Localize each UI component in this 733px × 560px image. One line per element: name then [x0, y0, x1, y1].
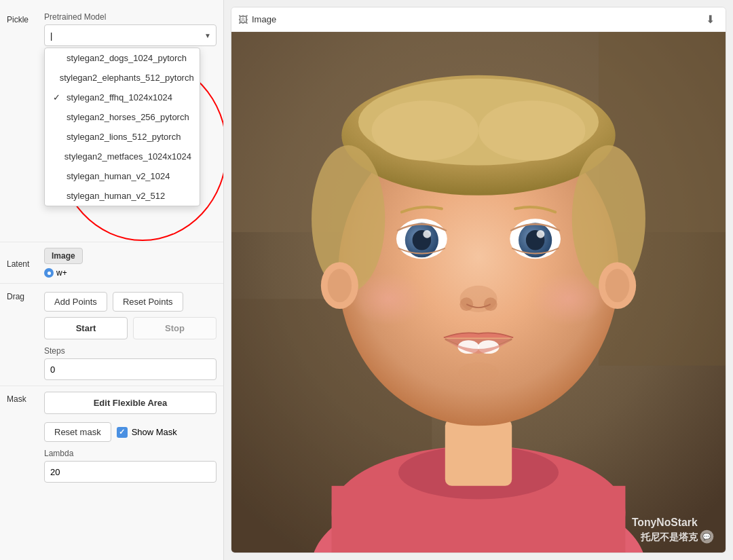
- drag-btn-group: Add Points Reset Points: [44, 292, 217, 312]
- baby-image: TonyNoStark 托尼不是塔克 💬: [231, 32, 726, 553]
- pretrained-model-input[interactable]: [44, 24, 217, 46]
- download-button[interactable]: ⬇: [702, 12, 719, 27]
- main-content: 🖼 Image ⬇: [224, 0, 733, 560]
- image-tab-label: Image: [252, 14, 276, 24]
- start-stop-row: Start Stop: [44, 317, 217, 339]
- image-tab-btn[interactable]: Image: [44, 248, 83, 264]
- svg-text:💬: 💬: [702, 533, 711, 542]
- start-button[interactable]: Start: [44, 317, 128, 339]
- menu-item-human-v2-512[interactable]: stylegan_human_v2_512: [45, 186, 200, 206]
- show-mask-checkbox[interactable]: [117, 427, 128, 438]
- menu-item-lions[interactable]: stylegan2_lions_512_pytorch: [45, 127, 200, 147]
- mask-label: Mask: [7, 392, 44, 404]
- svg-rect-8: [445, 419, 512, 485]
- latent-radio-group: w+: [44, 268, 217, 278]
- pretrained-model-menu: stylegan2_dogs_1024_pytorch stylegan2_el…: [44, 48, 200, 206]
- steps-label: Steps: [44, 346, 217, 356]
- w-plus-radio[interactable]: w+: [44, 268, 67, 278]
- svg-point-18: [328, 269, 352, 302]
- show-mask-label: Show Mask: [132, 427, 177, 437]
- menu-item-elephants[interactable]: stylegan2_elephants_512_pytorch: [45, 68, 200, 88]
- reset-mask-button[interactable]: Reset mask: [44, 422, 111, 442]
- menu-item-horses[interactable]: stylegan2_horses_256_pytorch: [45, 107, 200, 127]
- mask-btn-group: Reset mask Show Mask: [44, 422, 217, 442]
- svg-text:托尼不是塔克: 托尼不是塔克: [640, 531, 698, 542]
- lambda-label: Lambda: [44, 449, 217, 458]
- add-points-button[interactable]: Add Points: [44, 292, 107, 312]
- image-container: TonyNoStark 托尼不是塔克 💬: [231, 32, 726, 553]
- sidebar: Pickle Pretrained Model ▼ stylegan2_dogs…: [0, 0, 224, 560]
- show-mask-checkbox-row[interactable]: Show Mask: [117, 422, 177, 442]
- svg-point-31: [352, 272, 425, 326]
- image-panel: 🖼 Image ⬇: [231, 7, 726, 553]
- svg-point-35: [458, 362, 498, 383]
- menu-item-metfaces[interactable]: stylegan2_metfaces_1024x1024: [45, 147, 200, 166]
- lambda-input[interactable]: [44, 461, 217, 483]
- image-panel-header: 🖼 Image ⬇: [231, 7, 726, 32]
- menu-item-dogs[interactable]: stylegan2_dogs_1024_pytorch: [45, 48, 200, 68]
- steps-section: Steps: [44, 346, 217, 380]
- svg-point-23: [423, 230, 431, 238]
- latent-tab-row: Image: [44, 248, 217, 264]
- lambda-section: Lambda: [44, 449, 217, 483]
- latent-label: Latent: [7, 257, 44, 269]
- svg-point-19: [605, 269, 629, 302]
- svg-point-27: [537, 230, 545, 238]
- reset-points-button[interactable]: Reset Points: [113, 292, 183, 312]
- image-tab-icon: 🖼: [238, 14, 248, 25]
- pickle-label: Pickle: [7, 12, 44, 24]
- svg-point-15: [478, 100, 585, 161]
- svg-point-32: [532, 272, 605, 326]
- radio-circle-selected: [44, 268, 54, 278]
- svg-text:TonyNoStark: TonyNoStark: [632, 517, 698, 528]
- svg-point-14: [372, 100, 478, 161]
- edit-flexible-area-button[interactable]: Edit Flexible Area: [44, 392, 217, 414]
- menu-item-ffhq[interactable]: ✓ stylegan2_ffhq_1024x1024: [45, 88, 200, 107]
- drag-label: Drag: [7, 289, 44, 301]
- svg-point-30: [484, 297, 497, 311]
- menu-item-human-v2-1024[interactable]: stylegan_human_v2_1024: [45, 166, 200, 186]
- steps-input[interactable]: [44, 358, 217, 380]
- svg-point-29: [459, 297, 473, 311]
- pretrained-model-dropdown[interactable]: ▼ stylegan2_dogs_1024_pytorch stylegan2_…: [44, 24, 217, 46]
- stop-button[interactable]: Stop: [133, 317, 217, 339]
- pretrained-model-title: Pretrained Model: [44, 12, 217, 22]
- image-tab: 🖼 Image: [238, 14, 276, 25]
